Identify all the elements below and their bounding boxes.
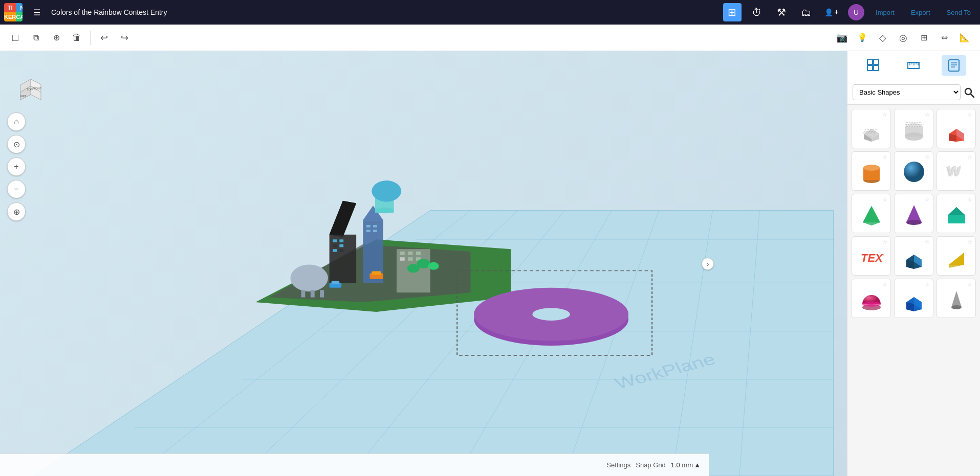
tools-button[interactable]: ⚒ [772,3,791,21]
add-user-button[interactable]: 👤 + [821,3,842,21]
svg-point-55 [407,264,420,273]
svg-rect-27 [333,249,337,252]
shape-cone2[interactable]: ☆ [937,279,976,318]
favorite-star[interactable]: ☆ [967,239,972,245]
grid-view-button[interactable]: ⊞ [723,3,742,21]
user-avatar[interactable]: U [848,4,864,20]
svg-marker-122 [951,291,962,307]
svg-text:TOP: TOP [27,88,33,91]
snap-label: Snap Grid [636,461,666,469]
folder-button[interactable]: 🗂 [797,3,815,21]
shape-wedge[interactable]: ☆ [937,236,976,276]
snap-arrow-icon: ▲ [694,461,701,469]
export-button[interactable]: Export [906,7,935,18]
favorite-star[interactable]: ☆ [967,111,972,118]
svg-point-118 [862,302,881,307]
shape-sphere[interactable]: ☆ [894,151,933,191]
navigation-cube[interactable]: TOP LEFT FRONT [10,61,51,102]
shape-half-sphere[interactable]: ☆ [852,279,891,318]
shape-cone[interactable]: ☆ [894,194,933,233]
favorite-star[interactable]: ☆ [967,196,972,203]
svg-marker-106 [863,206,880,225]
undo-button[interactable]: ↩ [95,29,113,47]
svg-marker-21 [330,201,357,237]
bottom-bar: Settings Snap Grid 1.0 mm ▲ [0,454,709,476]
favorite-star[interactable]: ☆ [882,111,887,118]
shape-box[interactable]: ☆ [937,109,976,148]
shape-category-dropdown[interactable]: Basic Shapes [853,84,961,100]
notes-tab-button[interactable] [942,55,966,76]
cyl-hole-visual [901,116,927,142]
favorite-star[interactable]: ☆ [925,239,930,245]
shape-pyramid[interactable]: ☆ [852,194,891,233]
text-visual: TEXT [858,243,885,269]
grid-tab-button[interactable] [861,55,886,76]
fit-view-button[interactable]: ⊙ [7,135,26,153]
copy-button[interactable]: ⧉ [27,29,45,47]
shape-cylinder-hole[interactable]: ☆ [894,109,933,148]
shape-hole-button[interactable]: ◎ [894,29,912,47]
half-sphere-visual [858,285,885,312]
panel-collapse-button[interactable]: › [702,258,714,270]
svg-marker-110 [948,207,965,215]
timer-button[interactable]: ⏱ [748,3,766,21]
ruler-tab-button[interactable] [901,55,926,76]
settings-link[interactable]: Settings [606,461,630,469]
shape-cylinder[interactable]: ☆ [852,151,891,191]
shape-box-hole[interactable]: ☆ [852,109,891,148]
svg-text:W: W [948,163,962,178]
pyramid-visual [858,200,885,227]
favorite-star[interactable]: ☆ [925,111,930,118]
svg-rect-68 [874,59,879,64]
favorite-star[interactable]: ☆ [925,154,930,161]
favorite-star[interactable]: ☆ [882,196,887,203]
svg-point-102 [904,162,924,182]
zoom-in-button[interactable]: + [7,157,26,176]
mirror-button[interactable]: ⇔ [935,29,953,47]
light-button[interactable]: 💡 [853,29,872,47]
favorite-star[interactable]: ☆ [882,281,887,288]
duplicate-button[interactable]: ⊕ [47,29,66,47]
favorite-star[interactable]: ☆ [925,281,930,288]
svg-rect-25 [333,244,337,247]
roof-visual [943,200,970,227]
perspective-button[interactable]: ⊕ [7,202,26,221]
box2-visual [901,285,927,312]
measure-button[interactable]: 📐 [955,29,974,47]
svg-rect-41 [416,252,421,255]
viewport[interactable]: WorkPlane [0,51,847,476]
new-button[interactable]: □ [6,29,25,47]
align-button[interactable]: ⊞ [914,29,933,47]
shape-text[interactable]: ☆ TEXT [852,236,891,276]
shape-box2[interactable]: ☆ [894,279,933,318]
tinkercad-logo[interactable]: TINKERCAD [4,3,23,21]
favorite-star[interactable]: ☆ [882,239,887,245]
svg-point-108 [906,220,922,225]
svg-point-59 [532,308,570,321]
favorite-star[interactable]: ☆ [967,281,972,288]
shape-roof[interactable]: ☆ [937,194,976,233]
delete-button[interactable]: 🗑 [68,29,86,47]
import-button[interactable]: Import [870,7,900,18]
shape-search-button[interactable] [964,87,975,98]
svg-point-45 [290,264,328,291]
shape-cube-dark[interactable]: ☆ [894,236,933,276]
favorite-star[interactable]: ☆ [882,154,887,161]
canvas-area[interactable]: WorkPlane [0,51,847,476]
camera-button[interactable]: 📷 [833,29,851,47]
svg-rect-46 [301,290,305,297]
redo-button[interactable]: ↪ [115,29,134,47]
main-content: WorkPlane [0,51,980,476]
box-hole-visual [858,116,885,142]
home-view-button[interactable]: ⌂ [7,112,26,131]
snap-value[interactable]: 1.0 mm ▲ [671,461,701,469]
favorite-star[interactable]: ☆ [967,154,972,161]
shape-text3d[interactable]: ☆ W W [937,151,976,191]
send-to-button[interactable]: Send To [942,7,976,18]
ruler-tab-icon [906,58,921,73]
zoom-out-button[interactable]: − [7,180,26,198]
list-view-button[interactable]: ☰ [28,3,46,21]
shape-toggle-button[interactable]: ◇ [874,29,892,47]
favorite-star[interactable]: ☆ [925,196,930,203]
shapes-grid: ☆ ☆ [847,105,980,476]
